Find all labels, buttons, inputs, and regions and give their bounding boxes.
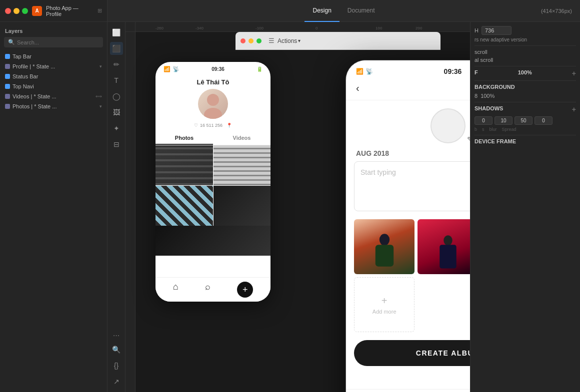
bg-home-icon[interactable]: ⌂ bbox=[173, 282, 178, 298]
layer-item-profile[interactable]: Profile | * State ... ▾ bbox=[0, 61, 107, 71]
add-more-plus-icon: + bbox=[382, 295, 388, 307]
svg-rect-3 bbox=[375, 245, 393, 267]
create-album-button[interactable]: CREATE ALBUM bbox=[354, 340, 470, 366]
actions-menu[interactable]: Actions ▾ bbox=[278, 37, 300, 44]
code-tool[interactable]: {} bbox=[110, 359, 123, 372]
shadow-x-input[interactable] bbox=[474, 116, 492, 125]
search-icon: 🔍 bbox=[8, 39, 15, 45]
sidebar-header: A Photo App — Profile ⊞ bbox=[0, 0, 107, 22]
shadow-labels-row: b s blur Spread bbox=[474, 127, 576, 132]
shadow-blur-input[interactable] bbox=[514, 116, 532, 125]
window-chrome: ☰ Actions ▾ bbox=[236, 32, 440, 50]
frame-tool[interactable]: ⬛ bbox=[110, 42, 123, 55]
layer-color-dot bbox=[5, 94, 10, 99]
person-silhouette-2 bbox=[428, 229, 468, 274]
tab-design[interactable]: Design bbox=[304, 0, 339, 22]
rp-fill-title: F 100% + bbox=[474, 69, 576, 77]
zoom-tool[interactable]: 🔍 bbox=[110, 343, 123, 356]
tab-photos[interactable]: Photos bbox=[156, 132, 213, 145]
layer-color-dot bbox=[5, 54, 10, 59]
edit-cover-icon[interactable]: ✎ bbox=[467, 135, 470, 143]
ruler-horizontal: -260 -340 -100 0 100 200 bbox=[136, 22, 470, 32]
text-tool[interactable]: T bbox=[110, 74, 123, 87]
layers-panel: Layers 🔍 Tap Bar Profile | * State ... ▾… bbox=[0, 22, 107, 115]
search-box[interactable]: 🔍 bbox=[4, 37, 103, 47]
back-button[interactable]: ‹ bbox=[356, 82, 360, 94]
album-date: AUG 2018 bbox=[346, 147, 470, 161]
add-more-box[interactable]: + Add more bbox=[354, 277, 414, 332]
layer-color-dot bbox=[5, 74, 10, 79]
shadow-spread-input[interactable] bbox=[534, 116, 552, 125]
image-tool[interactable]: 🖼 bbox=[110, 106, 123, 119]
album-photos-grid: + Add more bbox=[346, 219, 470, 340]
window-minimize[interactable] bbox=[248, 38, 254, 43]
fg-signal-icons: 📶 📡 bbox=[356, 68, 373, 75]
album-cover-area: ✎ bbox=[346, 100, 470, 147]
bg-photo-1 bbox=[156, 145, 213, 185]
left-sidebar: A Photo App — Profile ⊞ Layers 🔍 Tap Bar… bbox=[0, 0, 108, 392]
app-icon: A bbox=[32, 6, 42, 16]
left-tools: ⬜ ⬛ ✏ T ◯ 🖼 ✦ ⊟ … 🔍 {} ↗ bbox=[108, 22, 126, 392]
svg-point-4 bbox=[444, 235, 452, 245]
hamburger-icon: ☰ bbox=[268, 37, 274, 44]
fg-nav: ‹ Done bbox=[346, 78, 470, 100]
maximize-button[interactable] bbox=[22, 8, 28, 14]
rp-scroll-row: scroll bbox=[474, 49, 576, 55]
album-cover-circle[interactable] bbox=[430, 108, 466, 143]
right-panel: H rs new adaptive version scroll al scro… bbox=[470, 22, 580, 392]
layer-item-topnavi[interactable]: Top Navi bbox=[0, 81, 107, 91]
bg-photo-3 bbox=[156, 186, 213, 226]
shape-tool[interactable]: ◯ bbox=[110, 90, 123, 103]
shadow-values-row bbox=[474, 116, 576, 125]
album-photo-1[interactable] bbox=[354, 219, 414, 274]
top-toolbar: Design Document (414×736px) bbox=[108, 0, 580, 22]
rp-device-frame-title: DEVICE FRAME bbox=[474, 138, 576, 144]
select-tool[interactable]: ⬜ bbox=[110, 26, 123, 39]
rp-shadows-title: SHADOWS + bbox=[474, 105, 576, 113]
svg-point-1 bbox=[204, 108, 222, 119]
search-input[interactable] bbox=[17, 39, 99, 45]
rp-background-title: BACKGROUND bbox=[474, 84, 576, 90]
canvas-area: -260 -340 -100 0 100 200 📶 📡 09:36 🔋 Lê … bbox=[126, 22, 470, 392]
layer-color-dot bbox=[5, 104, 10, 109]
window-maximize[interactable] bbox=[256, 38, 262, 43]
foreground-phone: 📶 📡 09:36 🔋 ‹ Done ✎ AUG 2018 Start typi… bbox=[346, 60, 470, 392]
share-tool[interactable]: ↗ bbox=[110, 375, 123, 388]
fg-status-bar: 📶 📡 09:36 🔋 bbox=[346, 60, 470, 78]
pen-tool[interactable]: ✏ bbox=[110, 58, 123, 71]
app-title: Photo App — Profile ⊞ bbox=[46, 5, 102, 17]
traffic-lights bbox=[5, 8, 28, 14]
layout-tool[interactable]: ⊟ bbox=[110, 138, 123, 151]
person-silhouette-1 bbox=[364, 229, 404, 274]
layer-item-videos[interactable]: Videos | * State ... ⟺ bbox=[0, 91, 107, 101]
rp-height-row: H bbox=[474, 26, 576, 35]
bg-search-icon[interactable]: ⌕ bbox=[205, 282, 210, 298]
minimize-button[interactable] bbox=[14, 8, 20, 14]
layer-item-statusbar[interactable]: Status Bar bbox=[0, 71, 107, 81]
bg-profile-name: Lê Thái Tô bbox=[197, 78, 230, 86]
album-placeholder: Start typing bbox=[360, 168, 396, 176]
rp-size-section: H rs new adaptive version scroll al scro… bbox=[474, 26, 576, 144]
layers-title: Layers bbox=[0, 26, 107, 37]
layer-item-tapbar[interactable]: Tap Bar bbox=[0, 51, 107, 61]
tab-document[interactable]: Document bbox=[340, 0, 383, 22]
svg-point-2 bbox=[379, 234, 389, 245]
foreground-phone-wrapper: ☰ Actions ▾ 📶 📡 09:36 🔋 ‹ Done bbox=[236, 50, 440, 392]
height-input[interactable] bbox=[482, 26, 512, 35]
layer-item-photos[interactable]: Photos | * State ... ▾ bbox=[0, 101, 107, 111]
album-text-area[interactable]: Start typing 35 bbox=[354, 161, 470, 211]
shadow-y-input[interactable] bbox=[494, 116, 512, 125]
window-close[interactable] bbox=[240, 38, 246, 43]
bg-profile-stats: ♡ 16 511 256 📍 bbox=[194, 123, 232, 128]
layer-color-dot bbox=[5, 84, 10, 89]
ruler-corner bbox=[126, 22, 136, 32]
more-tool[interactable]: … bbox=[110, 327, 123, 340]
close-button[interactable] bbox=[5, 8, 11, 14]
add-fill-button[interactable]: + bbox=[572, 69, 576, 77]
album-photo-2[interactable] bbox=[418, 219, 470, 274]
bg-signal-icons: 📶 📡 bbox=[164, 66, 180, 72]
layer-color-dot bbox=[5, 64, 10, 69]
add-shadow-button[interactable]: + bbox=[572, 105, 576, 113]
component-tool[interactable]: ✦ bbox=[110, 122, 123, 135]
ruler-vertical bbox=[126, 32, 136, 392]
